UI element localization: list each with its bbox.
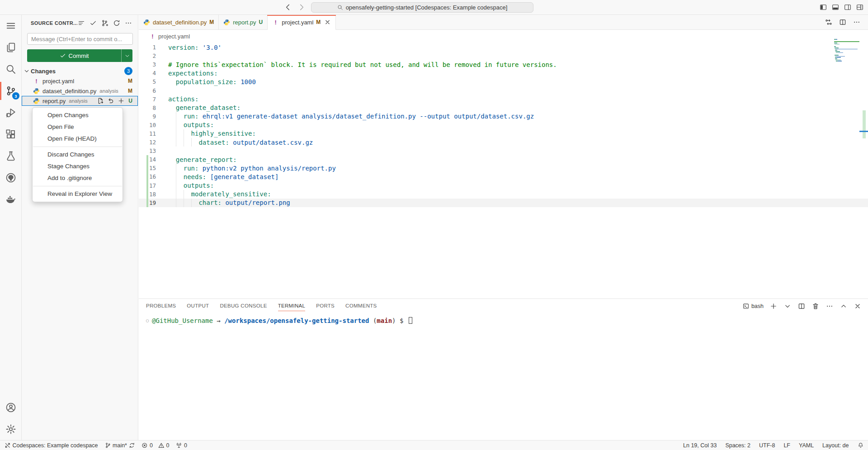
toggle-primary-sidebar-icon[interactable]	[819, 4, 827, 11]
tab-project.yaml[interactable]: !project.yamlM	[268, 15, 336, 30]
status-ports-indicator[interactable]: 0	[176, 442, 187, 449]
activity-item-testing[interactable]	[0, 145, 21, 167]
customize-layout-icon[interactable]	[856, 4, 863, 11]
menu-item-reveal-in-explorer-view[interactable]: Reveal in Explorer View	[33, 188, 123, 200]
code-line-15[interactable]: 15 run: python:v2 python analysis/report…	[139, 164, 868, 172]
activity-item-menu[interactable]	[0, 15, 21, 37]
scm-file-dataset_definition.py[interactable]: dataset_definition.pyanalysisM	[22, 86, 138, 96]
open-changes-icon[interactable]	[825, 18, 833, 26]
activity-item-run-debug[interactable]	[0, 102, 21, 123]
status-notifications[interactable]	[858, 442, 864, 449]
code-line-11[interactable]: 11 highly_sensitive:	[139, 129, 868, 138]
refresh-icon[interactable]	[113, 19, 121, 27]
code-line-13[interactable]: 13	[139, 147, 868, 155]
code-line-9[interactable]: 9 run: ehrql:v1 generate-dataset analysi…	[139, 112, 868, 121]
panel-tab-ports[interactable]: PORTS	[316, 299, 335, 313]
close-icon[interactable]	[324, 19, 331, 26]
view-and-sort-icon[interactable]	[77, 19, 85, 27]
changes-count-badge: 3	[124, 67, 132, 75]
code-line-17[interactable]: 17 outputs:	[139, 181, 868, 190]
panel-tab-debug-console[interactable]: DEBUG CONSOLE	[220, 299, 267, 313]
menu-item-open-file[interactable]: Open File	[33, 121, 123, 133]
code-line-18[interactable]: 18 moderately_sensitive:	[139, 190, 868, 199]
status-encoding[interactable]: UTF-8	[759, 442, 775, 449]
menu-item-add-to-gitignore[interactable]: Add to .gitignore	[33, 172, 123, 184]
status-indentation[interactable]: Spaces: 2	[725, 442, 750, 449]
check-icon[interactable]	[89, 19, 97, 27]
more-actions-icon[interactable]	[826, 302, 834, 310]
commit-button[interactable]: Commit	[27, 49, 132, 62]
create-branch-icon[interactable]	[101, 19, 109, 27]
status-cursor-position[interactable]: Ln 19, Col 33	[683, 442, 717, 449]
status-language-mode[interactable]: YAML	[799, 442, 814, 449]
more-actions-icon[interactable]	[853, 18, 861, 26]
code-line-12[interactable]: 12 dataset: output/dataset.csv.gz	[139, 138, 868, 147]
code-text: outputs:	[168, 121, 214, 128]
code-line-8[interactable]: 8 generate_dataset:	[139, 104, 868, 112]
chevron-down-icon[interactable]	[783, 302, 792, 310]
code-line-6[interactable]: 6	[139, 86, 868, 95]
terminal[interactable]: ○@GitHub_Username → /workspaces/opensafe…	[139, 313, 868, 324]
more-actions-icon[interactable]	[124, 19, 132, 27]
panel-tab-terminal[interactable]: TERMINAL	[278, 299, 306, 313]
activity-item-source-control[interactable]: 3	[0, 80, 21, 102]
code-editor[interactable]: 1version: '3.0'23# Ignore this`expectati…	[139, 43, 868, 207]
minimap[interactable]	[834, 39, 862, 62]
status-text: 0	[184, 442, 187, 449]
split-terminal-icon[interactable]	[797, 302, 806, 310]
panel-tab-output[interactable]: OUTPUT	[187, 299, 209, 313]
activity-item-accounts[interactable]	[0, 397, 21, 418]
code-line-19[interactable]: 19 chart: output/report.png	[139, 199, 868, 207]
nav-back-icon[interactable]	[284, 3, 292, 11]
commit-dropdown-button[interactable]	[121, 49, 132, 62]
chevron-down-icon	[24, 68, 30, 74]
toggle-panel-icon[interactable]	[831, 4, 839, 11]
status-remote-indicator[interactable]: Codespaces: Example codespace	[5, 442, 98, 449]
menu-item-discard-changes[interactable]: Discard Changes	[33, 149, 123, 161]
code-line-4[interactable]: 4expectations:	[139, 69, 868, 77]
code-line-16[interactable]: 16 needs: [generate_dataset]	[139, 172, 868, 181]
activity-item-github[interactable]	[0, 167, 21, 189]
code-line-5[interactable]: 5 population_size: 1000	[139, 77, 868, 86]
scm-file-project.yaml[interactable]: !project.yamlM	[22, 76, 138, 86]
panel-tab-problems[interactable]: PROBLEMS	[146, 299, 176, 313]
code-line-14[interactable]: 14 generate_report:	[139, 155, 868, 164]
code-line-10[interactable]: 10 outputs:	[139, 121, 868, 129]
nav-forward-icon[interactable]	[297, 3, 306, 11]
split-editor-icon[interactable]	[839, 18, 847, 26]
activity-item-extensions[interactable]	[0, 123, 21, 145]
status-keyboard-layout[interactable]: Layout: de	[822, 442, 849, 449]
stage-icon[interactable]	[118, 97, 125, 104]
menu-item-open-changes[interactable]: Open Changes	[33, 109, 123, 121]
code-line-3[interactable]: 3# Ignore this`expectation` block. It is…	[139, 60, 868, 69]
panel-tab-comments[interactable]: COMMENTS	[345, 299, 377, 313]
code-line-1[interactable]: 1version: '3.0'	[139, 43, 868, 52]
code-line-2[interactable]: 2	[139, 52, 868, 60]
kill-terminal-icon[interactable]	[811, 302, 820, 310]
discard-icon[interactable]	[107, 97, 114, 104]
tab-dataset_definition.py[interactable]: dataset_definition.pyM	[139, 15, 219, 29]
menu-item-stage-changes[interactable]: Stage Changes	[33, 161, 123, 172]
terminal-shell-selector[interactable]: bash	[743, 303, 764, 309]
breadcrumb[interactable]: ! project.yaml	[139, 30, 868, 43]
status-problems-indicator[interactable]: 00	[142, 442, 169, 449]
command-center-search[interactable]: opensafely-getting-started [Codespaces: …	[311, 2, 533, 13]
activity-item-explorer[interactable]	[0, 37, 21, 58]
toggle-secondary-sidebar-icon[interactable]	[844, 4, 851, 11]
activity-item-settings[interactable]	[0, 418, 21, 440]
tab-report.py[interactable]: report.pyU	[219, 15, 268, 29]
activity-item-search[interactable]	[0, 58, 21, 80]
chevron-up-icon[interactable]	[840, 302, 848, 310]
status-branch-indicator[interactable]: main*	[105, 442, 135, 449]
changes-section-header[interactable]: Changes 3	[22, 66, 138, 76]
code-text: run: ehrql:v1 generate-dataset analysis/…	[168, 113, 534, 120]
commit-message-input[interactable]	[27, 33, 133, 45]
scm-file-report.py[interactable]: report.pyanalysisU	[22, 96, 138, 106]
menu-item-open-file-head-[interactable]: Open File (HEAD)	[33, 133, 123, 145]
status-eol[interactable]: LF	[783, 442, 790, 449]
close-icon[interactable]	[854, 302, 862, 310]
open-file-icon[interactable]	[97, 97, 104, 104]
activity-item-docker[interactable]	[0, 189, 21, 210]
code-line-7[interactable]: 7actions:	[139, 95, 868, 104]
new-terminal-icon[interactable]	[769, 302, 778, 310]
